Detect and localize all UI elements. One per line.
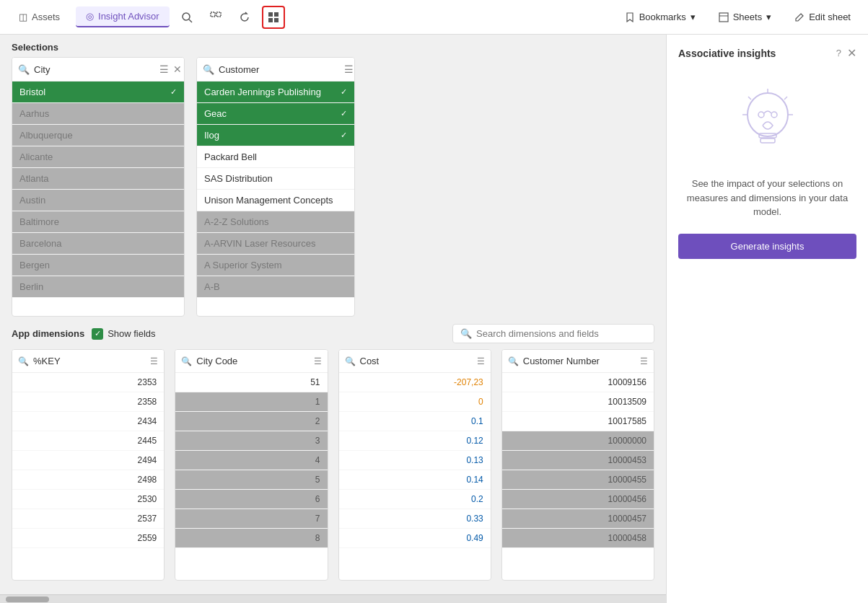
insight-advisor-tab[interactable]: ◎ Insight Advisor — [76, 6, 170, 27]
list-item[interactable]: 10009156 — [502, 373, 654, 392]
city-item-aarhus[interactable]: Aarhus — [12, 103, 184, 125]
dimensions-section: App dimensions ✓ Show fields 🔍 🔍 %KEY — [0, 317, 666, 594]
customer-item-sas[interactable]: SAS Distribution — [197, 168, 354, 190]
list-item[interactable]: 10000455 — [502, 470, 654, 490]
list-item[interactable]: 5 — [175, 470, 327, 490]
city-close-icon[interactable]: ✕ — [173, 63, 182, 75]
show-fields-toggle[interactable]: ✓ Show fields — [92, 328, 155, 340]
selection-icon — [210, 12, 222, 23]
list-item[interactable]: 1 — [175, 392, 327, 412]
horizontal-scrollbar[interactable] — [0, 594, 666, 603]
customer-item-asuperior[interactable]: A Superior System — [197, 255, 354, 276]
grid-view-btn[interactable] — [262, 6, 285, 29]
customer-filter-panel: 🔍 ☰ ✕ Carden Jennings Publishing ✓ Geac … — [196, 57, 355, 317]
customer-item-unison[interactable]: Unison Management Concepts — [197, 190, 354, 211]
cost-list-icon[interactable]: ☰ — [477, 356, 485, 366]
sheets-chevron: ▾ — [766, 12, 771, 22]
city-item-albuquerque[interactable]: Albuquerque — [12, 125, 184, 146]
cost-search-icon: 🔍 — [345, 356, 356, 366]
list-item[interactable]: 6 — [175, 490, 327, 509]
city-item-atlanta[interactable]: Atlanta — [12, 168, 184, 190]
city-item-bergen[interactable]: Bergen — [12, 255, 184, 276]
scrollbar-thumb[interactable] — [6, 597, 49, 602]
city-item-alicante[interactable]: Alicante — [12, 146, 184, 168]
bookmarks-chevron: ▾ — [691, 12, 696, 22]
selection-toolbar-btn[interactable] — [204, 6, 227, 29]
list-item[interactable]: 2353 — [12, 373, 164, 392]
list-item[interactable]: 0.14 — [339, 470, 491, 490]
customer-item-ab[interactable]: A-B — [197, 276, 354, 298]
bookmarks-btn[interactable]: Bookmarks ▾ — [616, 7, 704, 27]
list-item[interactable]: 2530 — [12, 490, 164, 509]
customer-item-aarvin[interactable]: A-ARVIN Laser Resources — [197, 233, 354, 255]
customer-number-panel: 🔍 Customer Number ☰ 10009156 10013509 10… — [501, 349, 654, 581]
customer-search-input[interactable] — [219, 64, 340, 75]
list-item[interactable]: 10000453 — [502, 451, 654, 470]
list-item[interactable]: 0.33 — [339, 509, 491, 529]
insights-help-icon[interactable]: ? — [836, 48, 841, 58]
list-item[interactable]: 0 — [339, 392, 491, 412]
customer-list-icon[interactable]: ☰ — [344, 63, 354, 75]
list-item[interactable]: 3 — [175, 431, 327, 451]
list-item[interactable]: 10013509 — [502, 392, 654, 412]
city-panel-header: 🔍 ☰ ✕ — [12, 58, 184, 82]
city-item-berlin[interactable]: Berlin — [12, 276, 184, 298]
search-dimensions-icon: 🔍 — [460, 328, 472, 339]
smart-search-btn[interactable] — [175, 6, 198, 29]
city-item-barcelona[interactable]: Barcelona — [12, 233, 184, 255]
percent-key-title: %KEY — [33, 356, 146, 366]
city-list-icon[interactable]: ☰ — [159, 63, 169, 75]
list-item[interactable]: 51 — [175, 373, 327, 392]
city-item-baltimore[interactable]: Baltimore — [12, 211, 184, 233]
sheets-btn[interactable]: Sheets ▾ — [710, 7, 780, 27]
list-item[interactable]: 0.2 — [339, 490, 491, 509]
list-item[interactable]: 2494 — [12, 451, 164, 470]
list-item[interactable]: 2358 — [12, 392, 164, 412]
list-item[interactable]: 2498 — [12, 470, 164, 490]
list-item[interactable]: 2445 — [12, 431, 164, 451]
list-item[interactable]: 10017585 — [502, 412, 654, 431]
insights-illustration — [678, 71, 856, 177]
list-item[interactable]: 0.1 — [339, 412, 491, 431]
selections-header: Selections — [0, 35, 666, 57]
list-item[interactable]: 10000456 — [502, 490, 654, 509]
show-fields-checkbox[interactable]: ✓ — [92, 328, 103, 340]
list-item[interactable]: 0.49 — [339, 529, 491, 548]
customer-item-ilog[interactable]: Ilog ✓ — [197, 125, 354, 146]
customer-item-carden[interactable]: Carden Jennings Publishing ✓ — [197, 82, 354, 103]
insights-close-btn[interactable]: ✕ — [847, 46, 856, 60]
list-item[interactable]: -207,23 — [339, 373, 491, 392]
svg-rect-7 — [274, 18, 279, 22]
assets-tab[interactable]: ◫ Assets — [9, 7, 70, 27]
city-search-input[interactable] — [34, 64, 155, 75]
list-item[interactable]: 10000000 — [502, 431, 654, 451]
refresh-btn[interactable] — [233, 6, 256, 29]
list-item[interactable]: 0.13 — [339, 451, 491, 470]
list-item[interactable]: 4 — [175, 451, 327, 470]
list-item[interactable]: 10000457 — [502, 509, 654, 529]
list-item[interactable]: 7 — [175, 509, 327, 529]
city-item-bristol[interactable]: Bristol ✓ — [12, 82, 184, 103]
list-item[interactable]: 0.12 — [339, 431, 491, 451]
city-search-icon: 🔍 — [18, 64, 30, 75]
list-item[interactable]: 2559 — [12, 529, 164, 548]
city-item-austin[interactable]: Austin — [12, 190, 184, 211]
edit-sheet-btn[interactable]: Edit sheet — [786, 7, 859, 27]
cost-panel: 🔍 Cost ☰ -207,23 0 0.1 0.12 0.13 0.14 0.… — [338, 349, 491, 581]
list-item[interactable]: 2537 — [12, 509, 164, 529]
list-item[interactable]: 8 — [175, 529, 327, 548]
search-dimensions-input[interactable] — [476, 328, 646, 339]
list-item[interactable]: 10000458 — [502, 529, 654, 548]
customer-item-packard[interactable]: Packard Bell — [197, 146, 354, 168]
generate-insights-btn[interactable]: Generate insights — [678, 234, 856, 259]
customer-number-list-icon[interactable]: ☰ — [640, 356, 648, 366]
customer-number-header: 🔍 Customer Number ☰ — [502, 350, 654, 373]
percent-key-list-icon[interactable]: ☰ — [150, 356, 158, 366]
list-item[interactable]: 2434 — [12, 412, 164, 431]
customer-item-geac[interactable]: Geac ✓ — [197, 103, 354, 125]
list-item[interactable]: 2 — [175, 412, 327, 431]
insight-advisor-icon: ◎ — [86, 11, 94, 22]
customer-item-a2z[interactable]: A-2-Z Solutions — [197, 211, 354, 233]
city-code-list-icon[interactable]: ☰ — [314, 356, 322, 366]
search-dimensions-container: 🔍 — [452, 324, 654, 343]
